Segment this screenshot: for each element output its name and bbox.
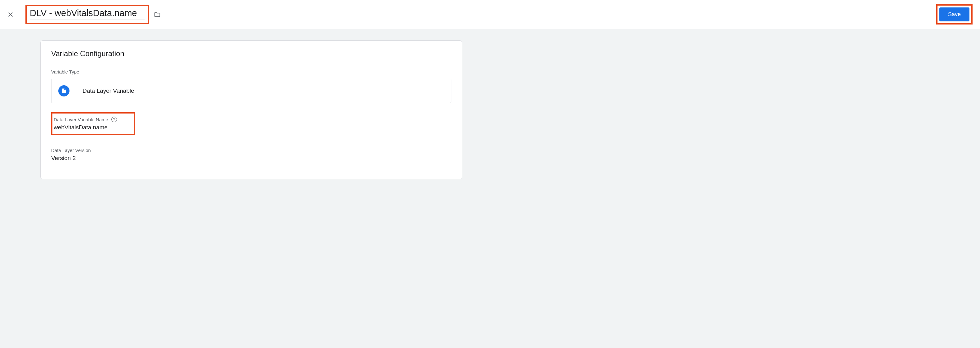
- card-title: Variable Configuration: [51, 49, 451, 58]
- dlv-version-field: Data Layer Version Version 2: [51, 148, 451, 162]
- close-icon: [7, 11, 14, 18]
- data-layer-variable-icon: [58, 85, 70, 97]
- save-button[interactable]: Save: [939, 8, 969, 21]
- close-button[interactable]: [6, 10, 15, 19]
- editor-header: Save: [0, 0, 980, 29]
- help-icon[interactable]: ?: [111, 117, 117, 122]
- folder-button[interactable]: [153, 11, 161, 19]
- variable-type-name: Data Layer Variable: [83, 87, 134, 94]
- dlv-name-label: Data Layer Variable Name ?: [54, 117, 131, 122]
- dlv-version-value[interactable]: Version 2: [51, 155, 451, 162]
- variable-configuration-card: Variable Configuration Variable Type Dat…: [40, 40, 462, 179]
- dlv-name-value[interactable]: webVitalsData.name: [54, 124, 131, 131]
- save-highlight-box: Save: [936, 4, 972, 24]
- variable-type-label: Variable Type: [51, 69, 451, 75]
- editor-body: Variable Configuration Variable Type Dat…: [0, 29, 980, 348]
- variable-name-input[interactable]: [30, 8, 145, 20]
- title-highlight-box: [25, 5, 149, 24]
- dlv-name-field-highlight: Data Layer Variable Name ? webVitalsData…: [51, 112, 135, 135]
- folder-icon: [154, 11, 161, 18]
- dlv-version-label: Data Layer Version: [51, 148, 451, 153]
- variable-type-selector[interactable]: Data Layer Variable: [51, 79, 451, 103]
